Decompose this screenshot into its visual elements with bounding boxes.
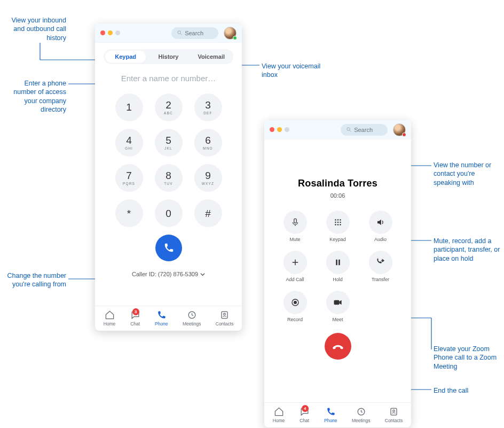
svg-line-23 bbox=[180, 34, 182, 35]
nav-home[interactable]: Home bbox=[104, 309, 116, 326]
search-input[interactable]: Search bbox=[341, 124, 388, 136]
tab-keypad[interactable]: Keypad bbox=[105, 51, 146, 63]
svg-point-34 bbox=[337, 222, 338, 223]
callout-endcall: End the call bbox=[434, 386, 487, 395]
nav-chat[interactable]: 4 Chat bbox=[300, 406, 310, 423]
search-input[interactable]: Search bbox=[171, 27, 218, 39]
avatar[interactable] bbox=[393, 123, 406, 136]
contacts-icon bbox=[389, 407, 399, 417]
svg-rect-43 bbox=[334, 300, 339, 305]
svg-point-38 bbox=[340, 224, 341, 225]
key-star[interactable]: * bbox=[115, 199, 143, 227]
phone-nav-icon bbox=[156, 310, 167, 320]
action-meet[interactable]: Meet bbox=[321, 291, 355, 328]
search-placeholder: Search bbox=[185, 30, 203, 36]
svg-point-42 bbox=[294, 301, 297, 304]
action-mute-label: Mute bbox=[289, 237, 300, 242]
key-8[interactable]: 8TUV bbox=[155, 164, 183, 192]
svg-point-36 bbox=[335, 224, 336, 225]
callout-controls: Mute, record, add a participant, transfe… bbox=[434, 237, 500, 263]
key-5[interactable]: 5JKL bbox=[155, 129, 183, 157]
close-icon[interactable] bbox=[100, 30, 105, 35]
key-0[interactable]: 0 bbox=[155, 199, 183, 227]
svg-point-32 bbox=[340, 219, 341, 221]
window-controls[interactable] bbox=[100, 30, 120, 35]
dialer-window: Search Keypad History Voicemail Enter a … bbox=[95, 24, 242, 331]
nav-phone[interactable]: Phone bbox=[155, 309, 168, 326]
home-icon bbox=[274, 407, 284, 417]
leader-lines bbox=[0, 0, 504, 428]
nav-home[interactable]: Home bbox=[273, 406, 285, 423]
key-4[interactable]: 4GHI bbox=[115, 129, 143, 157]
hangup-button[interactable] bbox=[325, 333, 351, 360]
contacts-icon bbox=[219, 310, 230, 320]
tab-voicemail[interactable]: Voicemail bbox=[191, 51, 232, 63]
svg-point-26 bbox=[224, 313, 226, 315]
chat-badge: 4 bbox=[302, 405, 309, 412]
nav-meetings[interactable]: Meetings bbox=[352, 406, 371, 423]
plus-icon bbox=[290, 258, 300, 267]
key-hash[interactable]: # bbox=[194, 199, 222, 227]
titlebar: Search bbox=[264, 120, 411, 139]
caller-id-selector[interactable]: Caller ID: (720) 876-5309 bbox=[95, 271, 242, 277]
number-input[interactable]: Enter a name or number… bbox=[104, 74, 233, 83]
chat-badge: 3 bbox=[132, 308, 139, 315]
incall-window: Search Rosalinda Torres 00:06 Mute Keypa… bbox=[264, 120, 411, 427]
clock-icon bbox=[187, 310, 197, 320]
maximize-icon[interactable] bbox=[115, 30, 120, 35]
nav-contacts[interactable]: Contacts bbox=[385, 406, 403, 423]
action-mute[interactable]: Mute bbox=[279, 211, 312, 247]
svg-point-27 bbox=[347, 128, 350, 131]
action-audio[interactable]: Audio bbox=[364, 211, 397, 247]
nav-phone-label: Phone bbox=[155, 321, 168, 326]
nav-phone-label: Phone bbox=[324, 418, 337, 423]
action-meet-label: Meet bbox=[332, 317, 343, 322]
nav-meetings[interactable]: Meetings bbox=[183, 309, 201, 326]
svg-point-37 bbox=[337, 224, 338, 225]
minimize-icon[interactable] bbox=[277, 127, 282, 132]
phone-tabs: Keypad History Voicemail bbox=[104, 49, 233, 64]
action-keypad[interactable]: Keypad bbox=[321, 211, 355, 247]
bottom-nav: Home 4 Chat Phone Meetings Contacts bbox=[264, 402, 411, 427]
phone-nav-icon bbox=[326, 407, 336, 417]
action-hold[interactable]: Hold bbox=[321, 251, 355, 287]
action-addcall[interactable]: Add Call bbox=[279, 251, 312, 287]
svg-line-28 bbox=[350, 130, 351, 131]
key-6[interactable]: 6MNO bbox=[194, 129, 222, 157]
action-hold-label: Hold bbox=[333, 277, 343, 282]
close-icon[interactable] bbox=[270, 127, 274, 132]
nav-home-label: Home bbox=[104, 321, 116, 326]
key-2[interactable]: 2ABC bbox=[155, 94, 183, 121]
key-9[interactable]: 9WXYZ bbox=[194, 164, 222, 192]
action-record[interactable]: Record bbox=[279, 291, 312, 328]
home-icon bbox=[105, 310, 115, 320]
svg-point-35 bbox=[340, 222, 341, 223]
window-controls[interactable] bbox=[270, 127, 289, 132]
nav-contacts[interactable]: Contacts bbox=[216, 309, 234, 326]
key-3[interactable]: 3DEF bbox=[194, 94, 222, 121]
record-icon bbox=[290, 298, 300, 307]
action-audio-label: Audio bbox=[374, 237, 387, 242]
key-7[interactable]: 7PQRS bbox=[115, 164, 143, 192]
key-1[interactable]: 1 bbox=[115, 94, 143, 121]
callout-callerid: Change the number you're calling from bbox=[3, 271, 66, 289]
keypad: 1 2ABC 3DEF 4GHI 5JKL 6MNO 7PQRS 8TUV 9W… bbox=[95, 94, 242, 227]
svg-point-31 bbox=[337, 219, 338, 221]
minimize-icon[interactable] bbox=[108, 30, 113, 35]
call-button[interactable] bbox=[155, 235, 182, 261]
avatar[interactable] bbox=[224, 27, 237, 40]
tab-history[interactable]: History bbox=[148, 51, 188, 63]
action-transfer-label: Transfer bbox=[372, 277, 389, 282]
nav-phone[interactable]: Phone bbox=[324, 406, 337, 423]
action-transfer[interactable]: Transfer bbox=[364, 251, 397, 287]
nav-chat[interactable]: 3 Chat bbox=[130, 309, 140, 326]
bottom-nav: Home 3 Chat Phone Meetings Contacts bbox=[95, 306, 242, 331]
maximize-icon[interactable] bbox=[285, 127, 289, 132]
nav-chat-label: Chat bbox=[130, 321, 140, 326]
phone-icon bbox=[163, 242, 175, 254]
callout-elevate: Elevate your Zoom Phone call to a Zoom M… bbox=[434, 345, 498, 371]
clock-icon bbox=[356, 407, 366, 417]
nav-home-label: Home bbox=[273, 418, 285, 423]
presence-indicator bbox=[233, 36, 237, 40]
action-addcall-label: Add Call bbox=[286, 277, 304, 282]
